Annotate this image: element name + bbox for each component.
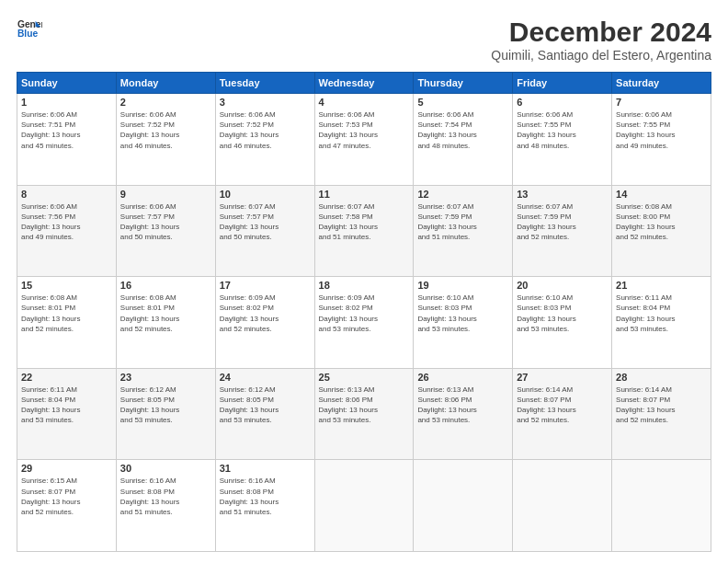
day-number: 7 [616,97,707,108]
calendar-week-row: 8Sunrise: 6:06 AM Sunset: 7:56 PM Daylig… [17,185,711,277]
table-row: 7Sunrise: 6:06 AM Sunset: 7:55 PM Daylig… [612,94,711,186]
day-number: 15 [21,280,112,291]
day-info: Sunrise: 6:08 AM Sunset: 8:01 PM Dayligh… [120,293,211,334]
day-number: 26 [417,372,508,383]
day-number: 5 [417,97,508,108]
calendar-week-row: 1Sunrise: 6:06 AM Sunset: 7:51 PM Daylig… [17,94,711,186]
day-info: Sunrise: 6:06 AM Sunset: 7:52 PM Dayligh… [220,109,311,151]
subtitle: Quimili, Santiago del Estero, Argentina [491,48,711,63]
table-row: 23Sunrise: 6:12 AM Sunset: 8:05 PM Dayli… [116,368,215,460]
col-friday: Friday [513,73,612,94]
day-number: 23 [120,372,211,383]
calendar-week-row: 15Sunrise: 6:08 AM Sunset: 8:01 PM Dayli… [17,277,711,369]
table-row: 1Sunrise: 6:06 AM Sunset: 7:51 PM Daylig… [17,94,117,186]
day-number: 1 [21,97,112,108]
day-info: Sunrise: 6:12 AM Sunset: 8:05 PM Dayligh… [220,385,311,426]
day-info: Sunrise: 6:08 AM Sunset: 8:00 PM Dayligh… [616,201,707,243]
day-number: 2 [120,97,211,108]
day-number: 9 [120,189,211,200]
table-row: 25Sunrise: 6:13 AM Sunset: 8:06 PM Dayli… [314,368,414,460]
day-info: Sunrise: 6:07 AM Sunset: 7:57 PM Dayligh… [220,201,311,243]
day-number: 3 [220,97,311,108]
col-wednesday: Wednesday [314,73,414,94]
logo-icon: General Blue [17,17,42,42]
day-number: 11 [319,189,410,200]
col-saturday: Saturday [612,73,711,94]
day-number: 24 [220,372,311,383]
main-title: December 2024 [491,17,711,48]
day-number: 21 [616,280,707,291]
col-thursday: Thursday [414,73,513,94]
table-row: 26Sunrise: 6:13 AM Sunset: 8:06 PM Dayli… [414,368,513,460]
day-info: Sunrise: 6:06 AM Sunset: 7:55 PM Dayligh… [616,109,707,151]
table-row: 30Sunrise: 6:16 AM Sunset: 8:08 PM Dayli… [116,460,215,552]
table-row: 5Sunrise: 6:06 AM Sunset: 7:54 PM Daylig… [414,94,513,186]
day-info: Sunrise: 6:09 AM Sunset: 8:02 PM Dayligh… [319,293,410,334]
day-number: 13 [517,189,608,200]
table-row: 11Sunrise: 6:07 AM Sunset: 7:58 PM Dayli… [314,185,414,277]
table-row [314,460,414,552]
day-number: 18 [319,280,410,291]
calendar-week-row: 22Sunrise: 6:11 AM Sunset: 8:04 PM Dayli… [17,368,711,460]
calendar-table: Sunday Monday Tuesday Wednesday Thursday… [17,72,711,552]
table-row [612,460,711,552]
table-row: 18Sunrise: 6:09 AM Sunset: 8:02 PM Dayli… [314,277,414,369]
table-row: 31Sunrise: 6:16 AM Sunset: 8:08 PM Dayli… [215,460,314,552]
table-row: 6Sunrise: 6:06 AM Sunset: 7:55 PM Daylig… [513,94,612,186]
table-row: 14Sunrise: 6:08 AM Sunset: 8:00 PM Dayli… [612,185,711,277]
day-number: 10 [220,189,311,200]
day-number: 27 [517,372,608,383]
table-row: 15Sunrise: 6:08 AM Sunset: 8:01 PM Dayli… [17,277,117,369]
page: General Blue December 2024 Quimili, Sant… [0,0,728,563]
day-number: 14 [616,189,707,200]
day-info: Sunrise: 6:13 AM Sunset: 8:06 PM Dayligh… [319,385,410,426]
table-row: 2Sunrise: 6:06 AM Sunset: 7:52 PM Daylig… [116,94,215,186]
day-info: Sunrise: 6:11 AM Sunset: 8:04 PM Dayligh… [21,385,112,426]
day-number: 31 [220,463,311,474]
day-number: 16 [120,280,211,291]
day-info: Sunrise: 6:14 AM Sunset: 8:07 PM Dayligh… [517,385,608,426]
day-number: 4 [319,97,410,108]
col-sunday: Sunday [17,73,117,94]
table-row: 8Sunrise: 6:06 AM Sunset: 7:56 PM Daylig… [17,185,117,277]
day-info: Sunrise: 6:12 AM Sunset: 8:05 PM Dayligh… [120,385,211,426]
table-row: 29Sunrise: 6:15 AM Sunset: 8:07 PM Dayli… [17,460,117,552]
table-row: 13Sunrise: 6:07 AM Sunset: 7:59 PM Dayli… [513,185,612,277]
calendar-header-row: Sunday Monday Tuesday Wednesday Thursday… [17,73,711,94]
day-info: Sunrise: 6:13 AM Sunset: 8:06 PM Dayligh… [417,385,508,426]
title-section: December 2024 Quimili, Santiago del Este… [491,17,711,63]
day-info: Sunrise: 6:09 AM Sunset: 8:02 PM Dayligh… [220,293,311,334]
day-number: 8 [21,189,112,200]
table-row [414,460,513,552]
day-number: 17 [220,280,311,291]
table-row [513,460,612,552]
table-row: 10Sunrise: 6:07 AM Sunset: 7:57 PM Dayli… [215,185,314,277]
day-info: Sunrise: 6:11 AM Sunset: 8:04 PM Dayligh… [616,293,707,334]
day-info: Sunrise: 6:06 AM Sunset: 7:57 PM Dayligh… [120,201,211,243]
day-info: Sunrise: 6:10 AM Sunset: 8:03 PM Dayligh… [417,293,508,334]
table-row: 21Sunrise: 6:11 AM Sunset: 8:04 PM Dayli… [612,277,711,369]
day-info: Sunrise: 6:06 AM Sunset: 7:55 PM Dayligh… [517,109,608,151]
table-row: 19Sunrise: 6:10 AM Sunset: 8:03 PM Dayli… [414,277,513,369]
day-number: 22 [21,372,112,383]
table-row: 27Sunrise: 6:14 AM Sunset: 8:07 PM Dayli… [513,368,612,460]
header: General Blue December 2024 Quimili, Sant… [17,17,711,63]
day-number: 6 [517,97,608,108]
day-info: Sunrise: 6:14 AM Sunset: 8:07 PM Dayligh… [616,385,707,426]
day-number: 19 [417,280,508,291]
day-info: Sunrise: 6:16 AM Sunset: 8:08 PM Dayligh… [220,476,311,517]
table-row: 28Sunrise: 6:14 AM Sunset: 8:07 PM Dayli… [612,368,711,460]
day-info: Sunrise: 6:08 AM Sunset: 8:01 PM Dayligh… [21,293,112,334]
table-row: 16Sunrise: 6:08 AM Sunset: 8:01 PM Dayli… [116,277,215,369]
table-row: 20Sunrise: 6:10 AM Sunset: 8:03 PM Dayli… [513,277,612,369]
col-tuesday: Tuesday [215,73,314,94]
day-number: 29 [21,463,112,474]
svg-text:Blue: Blue [17,29,39,39]
day-info: Sunrise: 6:06 AM Sunset: 7:56 PM Dayligh… [21,201,112,243]
table-row: 9Sunrise: 6:06 AM Sunset: 7:57 PM Daylig… [116,185,215,277]
day-info: Sunrise: 6:07 AM Sunset: 7:59 PM Dayligh… [417,201,508,243]
table-row: 17Sunrise: 6:09 AM Sunset: 8:02 PM Dayli… [215,277,314,369]
day-info: Sunrise: 6:06 AM Sunset: 7:51 PM Dayligh… [21,109,112,151]
day-number: 12 [417,189,508,200]
day-info: Sunrise: 6:06 AM Sunset: 7:53 PM Dayligh… [319,109,410,151]
